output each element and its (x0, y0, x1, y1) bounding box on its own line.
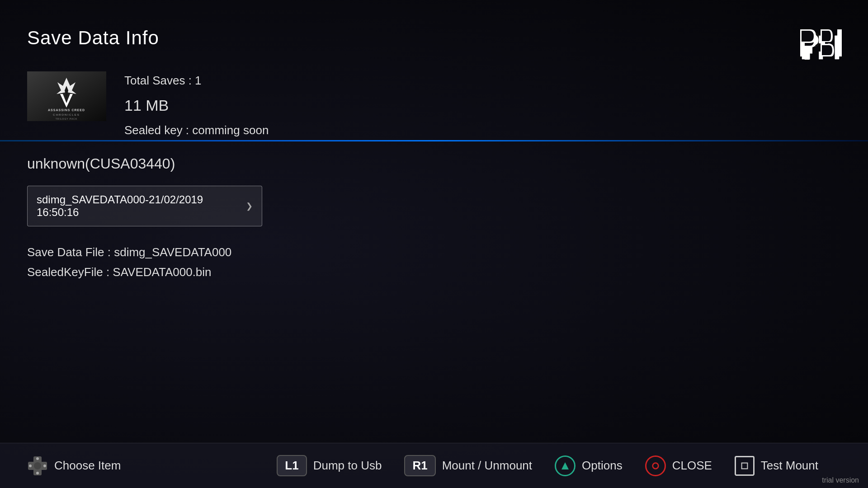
total-saves: Total Saves : 1 (124, 74, 269, 88)
dropdown-selected-value: sdimg_SAVEDATA000-21/02/2019 16:50:16 (37, 193, 246, 219)
sealed-key: Sealed key : comming soon (124, 123, 269, 137)
dropdown-arrow-icon: ❯ (246, 201, 253, 211)
main-container: Save Data Info (0, 0, 868, 488)
svg-text:TRILOGY PACK: TRILOGY PACK (56, 117, 78, 120)
game-details: Total Saves : 1 11 MB Sealed key : commi… (124, 71, 269, 137)
game-info-section: ASSASSINS CREED CHRONICLES TRILOGY PACK … (27, 71, 841, 137)
sealed-key-file-label: SealedKeyFile : SAVEDATA000.bin (27, 262, 841, 282)
svg-rect-5 (837, 29, 842, 56)
svg-text:CHRONICLES: CHRONICLES (53, 113, 80, 116)
dropdown-container[interactable]: sdimg_SAVEDATA000-21/02/2019 16:50:16 ❯ (27, 186, 262, 226)
game-id: unknown(CUSA03440) (27, 155, 841, 172)
blue-divider (0, 140, 868, 141)
save-file-info: Save Data File : sdimg_SAVEDATA000 Seale… (27, 242, 841, 282)
page-title: Save Data Info (27, 27, 841, 49)
playstation-logo: .wh{fill:white} (800, 25, 845, 70)
trial-watermark: trial version (822, 476, 859, 484)
file-size: 11 MB (124, 97, 269, 114)
svg-text:ASSASSINS CREED: ASSASSINS CREED (48, 108, 85, 112)
save-file-dropdown[interactable]: sdimg_SAVEDATA000-21/02/2019 16:50:16 ❯ (27, 186, 262, 226)
game-thumbnail: ASSASSINS CREED CHRONICLES TRILOGY PACK (27, 71, 106, 121)
save-data-file-label: Save Data File : sdimg_SAVEDATA000 (27, 242, 841, 262)
